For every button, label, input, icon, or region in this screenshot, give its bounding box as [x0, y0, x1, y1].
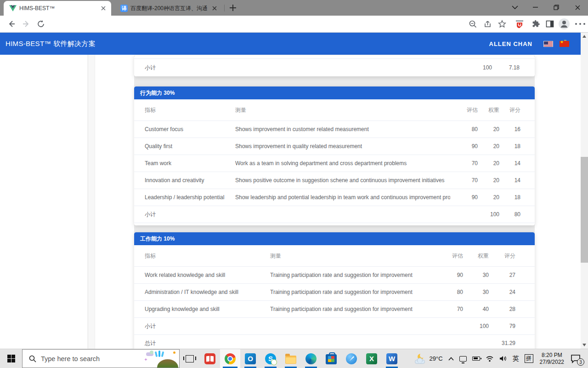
ime-mode-indicator[interactable]: 拼 [522, 349, 536, 368]
task-view-button[interactable] [180, 349, 200, 368]
bookmark-star-icon[interactable] [496, 18, 508, 30]
measure-cell: Work as a team in solving department and… [235, 160, 450, 167]
taskbar-app-chrome[interactable] [220, 349, 240, 368]
col-indicator: 指标 [145, 106, 235, 114]
subtotal-row: 小计 100 7.18 [134, 59, 535, 76]
table-row: Quality first Shows improvement in quali… [134, 138, 535, 155]
table-header-row: 指标 测量 评估 权重 评分 [134, 99, 535, 121]
tab-hims-best[interactable]: HIMS-BEST™ [4, 1, 111, 16]
tab-separator [224, 5, 225, 12]
tab-close-icon[interactable] [99, 4, 107, 12]
tab-baidu-translate[interactable]: 译 百度翻译-200种语言互译、沟通全世界！ [116, 1, 221, 16]
tray-display-icon[interactable] [457, 349, 469, 368]
minimize-button[interactable] [525, 0, 546, 15]
china-flag-icon[interactable] [560, 41, 569, 47]
back-button[interactable] [6, 18, 17, 30]
word-icon: W [386, 353, 397, 364]
measure-cell: Training participation rate and suggesti… [270, 289, 435, 295]
browser-toolbar: Not secure 103.100.211.58:4567/#/irs-sco… [0, 16, 588, 33]
share-icon[interactable] [481, 18, 493, 30]
table-row: Team work Work as a team in solving depa… [134, 155, 535, 172]
indicator-cell: Customer focus [145, 126, 235, 132]
table-row: Upgrading knowledge and skill Training p… [134, 301, 535, 318]
taskbar-app-file-explorer[interactable] [281, 349, 301, 368]
menu-kebab-icon[interactable] [574, 18, 586, 30]
card-previous-section: 小计 100 7.18 [134, 56, 535, 76]
tab-close-icon[interactable] [210, 4, 219, 12]
us-flag-icon[interactable] [543, 41, 553, 47]
col-score: 评分 [499, 106, 520, 114]
reload-button[interactable] [35, 18, 47, 30]
compass-browser-icon [346, 353, 357, 364]
card-work-ability: 工作能力 10% 指标 测量 评估 权重 评分 Work related kno… [134, 232, 535, 354]
assess-cell: 70 [435, 306, 463, 312]
col-assess: 评估 [450, 106, 478, 114]
weather-indicator[interactable]: 29°C [412, 349, 446, 368]
scrollbar-thumb[interactable] [581, 157, 588, 263]
geyser-art [158, 351, 160, 357]
adblock-extension-icon[interactable] [514, 18, 526, 30]
col-weight: 权重 [463, 252, 489, 260]
taskbar-search[interactable] [22, 349, 180, 368]
close-button[interactable] [567, 0, 588, 15]
ime-language-indicator[interactable]: 英 [510, 349, 522, 368]
col-weight: 权重 [478, 106, 499, 114]
task-view-icon [186, 355, 194, 362]
taskbar-app-excel[interactable]: X [362, 349, 382, 368]
subtotal-row: 小计 100 80 [134, 206, 535, 223]
side-panel-icon[interactable] [544, 18, 556, 30]
extensions-puzzle-icon[interactable] [529, 18, 541, 30]
user-zone: ALLEN CHAN [489, 40, 570, 47]
zoom-icon[interactable] [467, 18, 479, 30]
subtotal-label: 小计 [145, 64, 464, 72]
total-score: 31.29 [489, 340, 515, 346]
app-title: HIMS-BEST™ 软件解决方案 [6, 40, 96, 48]
action-center-button[interactable]: 3 [568, 349, 588, 368]
windows-logo-icon [7, 355, 15, 362]
tray-wifi-icon[interactable] [483, 349, 497, 368]
system-tray: 29°C 英 拼 8:20 PM 27/9/2022 [412, 349, 588, 368]
new-tab-button[interactable] [229, 4, 237, 12]
restore-button[interactable] [546, 0, 567, 15]
chrome-icon [225, 353, 236, 364]
table-row: Administration / IT knowledge and skill … [134, 284, 535, 301]
user-name: ALLEN CHAN [489, 40, 533, 47]
subtotal-row: 小计 100 79 [134, 318, 535, 335]
taskbar-app-ebook[interactable] [200, 349, 220, 368]
page-scrollbar[interactable] [581, 33, 588, 349]
indicator-cell: Team work [145, 160, 235, 167]
taskbar-app-edge[interactable] [301, 349, 321, 368]
profile-avatar[interactable] [558, 18, 570, 30]
taskbar-app-browser[interactable] [341, 349, 362, 368]
section-title-behavior: 行为能力 30% [134, 86, 535, 99]
scroll-down-arrow[interactable] [581, 341, 588, 349]
assess-cell: 70 [450, 160, 478, 167]
weight-cell: 30 [463, 289, 489, 295]
taskbar-app-outlook[interactable]: O [240, 349, 260, 368]
search-decoration [143, 350, 179, 368]
baidu-translate-favicon: 译 [120, 5, 128, 12]
taskbar-app-word[interactable]: W [382, 349, 402, 368]
clock[interactable]: 8:20 PM 27/9/2022 [536, 349, 568, 368]
clock-date: 27/9/2022 [540, 359, 564, 366]
excel-icon: X [366, 353, 377, 364]
start-button[interactable] [0, 349, 22, 368]
forward-button[interactable] [20, 18, 32, 30]
weight-cell: 20 [478, 160, 499, 167]
tab-search-chevron-icon[interactable] [504, 0, 526, 15]
col-score: 评分 [489, 252, 515, 260]
tray-chevron-up[interactable] [446, 349, 457, 368]
assess-cell: 90 [450, 143, 478, 150]
taskbar-app-store[interactable] [321, 349, 341, 368]
subtotal-label: 小计 [145, 322, 270, 330]
tray-battery-icon[interactable] [469, 349, 483, 368]
weight-cell: 20 [478, 143, 499, 150]
clock-time: 8:20 PM [540, 352, 564, 359]
geyser-art [161, 351, 164, 357]
temperature: 29°C [430, 355, 443, 362]
score-cell: 14 [499, 160, 520, 167]
tray-volume-icon[interactable] [497, 349, 510, 368]
subtotal-weight: 100 [464, 64, 492, 71]
taskbar-app-skype[interactable]: S [260, 349, 281, 368]
scroll-up-arrow[interactable] [581, 33, 588, 40]
